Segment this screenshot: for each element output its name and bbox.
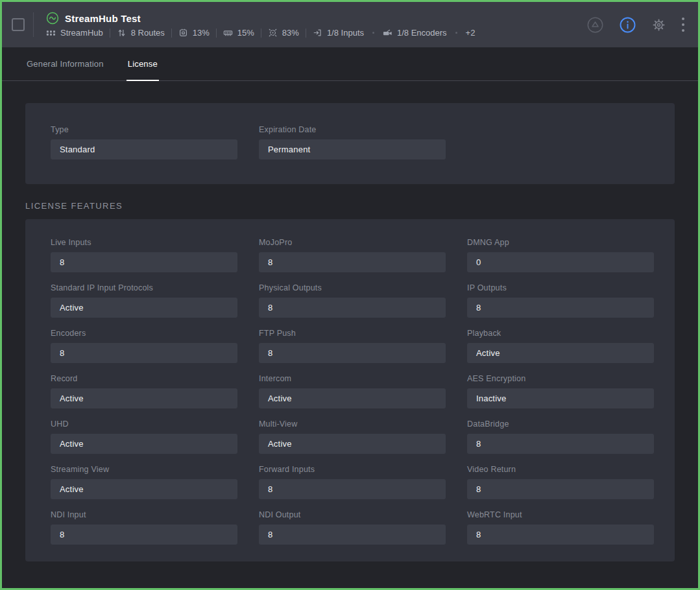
cpu-icon bbox=[178, 28, 188, 38]
meta-model: StreamHub bbox=[46, 28, 103, 38]
kebab-menu-icon bbox=[681, 17, 685, 32]
fan-icon bbox=[268, 28, 278, 38]
meta-fan-text: 83% bbox=[282, 28, 299, 38]
header-actions bbox=[586, 16, 685, 34]
feature-value-field[interactable]: Active bbox=[51, 434, 237, 454]
feature-value-field[interactable]: 8 bbox=[51, 343, 237, 363]
meta-encoders: 1/8 Encoders bbox=[383, 28, 447, 38]
feature-value-field[interactable]: 8 bbox=[259, 479, 446, 499]
feature-label: IP Outputs bbox=[467, 283, 654, 292]
meta-dot-separator bbox=[455, 32, 457, 34]
meta-dot-separator bbox=[372, 32, 374, 34]
feature-value-field[interactable]: 8 bbox=[467, 525, 654, 545]
feature-label: Standard IP Input Protocols bbox=[51, 283, 237, 292]
feature-field-group: Live Inputs8 bbox=[51, 238, 237, 272]
feature-label: Video Return bbox=[467, 465, 654, 474]
meta-more-count[interactable]: +2 bbox=[466, 28, 476, 38]
feature-field-group: RecordActive bbox=[51, 374, 237, 408]
feature-field-group: NDI Output8 bbox=[259, 510, 446, 545]
feature-field-group: IP Outputs8 bbox=[467, 283, 654, 318]
feature-field-group: NDI Input8 bbox=[51, 510, 237, 545]
feature-field-group: DataBridge8 bbox=[467, 419, 654, 454]
select-device-checkbox[interactable] bbox=[12, 18, 25, 31]
gear-icon bbox=[651, 18, 666, 32]
device-header: StreamHub Test StreamHub bbox=[2, 2, 698, 47]
feature-value-field[interactable]: Active bbox=[51, 479, 237, 499]
license-type-field[interactable]: Standard bbox=[51, 139, 237, 159]
feature-value-field[interactable]: 0 bbox=[467, 252, 654, 272]
meta-separator bbox=[261, 29, 261, 38]
feature-field-group: Streaming ViewActive bbox=[51, 465, 237, 499]
meta-routes: 8 Routes bbox=[117, 28, 165, 38]
meta-cpu-text: 13% bbox=[193, 28, 210, 38]
feature-label: FTP Push bbox=[259, 329, 446, 338]
feature-label: DMNG App bbox=[467, 238, 654, 247]
feature-label: Record bbox=[51, 374, 237, 383]
feature-field-group: Multi-ViewActive bbox=[259, 419, 446, 454]
title-area: StreamHub Test StreamHub bbox=[46, 12, 475, 38]
feature-value-field[interactable]: 8 bbox=[51, 525, 237, 545]
feature-label: Encoders bbox=[51, 329, 237, 338]
eject-circle-icon bbox=[586, 16, 604, 34]
feature-value-field[interactable]: 8 bbox=[467, 434, 654, 454]
meta-inputs: 1/8 Inputs bbox=[313, 28, 364, 38]
license-type-label: Type bbox=[51, 125, 237, 134]
feature-field-group: WebRTC Input8 bbox=[467, 510, 654, 545]
more-menu-button[interactable] bbox=[681, 17, 685, 32]
memory-icon bbox=[223, 28, 233, 38]
meta-routes-text: 8 Routes bbox=[131, 28, 165, 38]
feature-label: NDI Output bbox=[259, 510, 446, 519]
info-button[interactable] bbox=[619, 16, 636, 34]
meta-more-count-text: +2 bbox=[466, 28, 476, 38]
feature-label: NDI Input bbox=[51, 510, 237, 519]
info-circle-icon bbox=[619, 16, 636, 34]
feature-value-field[interactable]: Active bbox=[51, 298, 237, 318]
tab-license[interactable]: License bbox=[127, 59, 159, 81]
feature-value-field[interactable]: Active bbox=[259, 388, 446, 408]
meta-memory: 15% bbox=[223, 28, 254, 38]
device-detail-window: StreamHub Test StreamHub bbox=[0, 0, 700, 590]
feature-value-field[interactable]: 8 bbox=[259, 298, 446, 318]
feature-field-group: DMNG App0 bbox=[467, 238, 654, 272]
feature-value-field[interactable]: 8 bbox=[467, 298, 654, 318]
feature-label: WebRTC Input bbox=[467, 510, 654, 519]
feature-value-field[interactable]: 8 bbox=[259, 343, 446, 363]
settings-button[interactable] bbox=[651, 18, 666, 32]
features-grid: Live Inputs8MoJoPro8DMNG App0Standard IP… bbox=[25, 219, 675, 561]
feature-value-field[interactable]: 8 bbox=[259, 525, 446, 545]
feature-value-field[interactable]: Active bbox=[467, 343, 654, 363]
feature-label: Intercom bbox=[259, 374, 446, 383]
feature-value-field[interactable]: 8 bbox=[51, 252, 237, 272]
feature-value-field[interactable]: 8 bbox=[467, 479, 654, 499]
meta-separator bbox=[306, 29, 306, 38]
meta-model-text: StreamHub bbox=[60, 28, 103, 38]
expiration-date-field[interactable]: Permanent bbox=[259, 139, 446, 159]
routes-icon bbox=[117, 28, 127, 38]
feature-value-field[interactable]: Inactive bbox=[467, 388, 654, 408]
feature-field-group: Physical Outputs8 bbox=[259, 283, 446, 318]
feature-label: Multi-View bbox=[259, 419, 446, 429]
eject-button[interactable] bbox=[586, 16, 604, 34]
header-divider bbox=[33, 12, 34, 37]
tab-general-information[interactable]: General Information bbox=[25, 59, 105, 80]
grid-icon bbox=[46, 28, 56, 38]
feature-value-field[interactable]: 8 bbox=[259, 252, 446, 272]
feature-label: Live Inputs bbox=[51, 238, 237, 247]
expiration-date-label: Expiration Date bbox=[259, 125, 446, 134]
feature-label: AES Encryption bbox=[467, 374, 654, 383]
meta-encoders-text: 1/8 Encoders bbox=[397, 28, 447, 38]
feature-value-field[interactable]: Active bbox=[259, 434, 446, 454]
status-pulse-icon bbox=[46, 12, 59, 25]
meta-cpu: 13% bbox=[178, 28, 210, 38]
expiration-date-group: Expiration Date Permanent bbox=[259, 125, 446, 159]
license-type-group: Type Standard bbox=[51, 125, 237, 159]
feature-field-group: Forward Inputs8 bbox=[259, 465, 446, 499]
feature-field-group: MoJoPro8 bbox=[259, 238, 446, 272]
feature-label: Playback bbox=[467, 329, 654, 338]
feature-label: Forward Inputs bbox=[259, 465, 446, 474]
feature-label: Physical Outputs bbox=[259, 283, 446, 292]
feature-field-group: Standard IP Input ProtocolsActive bbox=[51, 283, 237, 318]
meta-separator bbox=[110, 29, 110, 38]
feature-value-field[interactable]: Active bbox=[51, 388, 237, 408]
feature-label: Streaming View bbox=[51, 465, 237, 474]
